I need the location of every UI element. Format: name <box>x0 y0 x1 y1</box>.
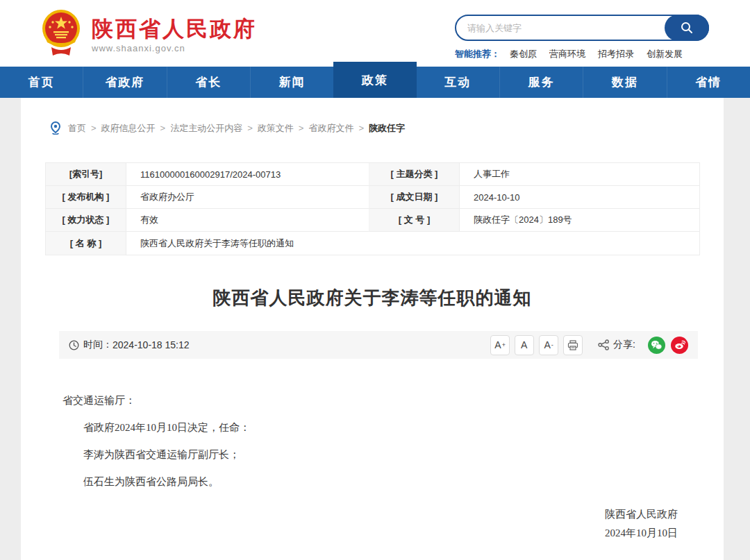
print-button[interactable] <box>563 335 583 355</box>
breadcrumb-statutory-content[interactable]: 法定主动公开内容 <box>170 122 242 135</box>
breadcrumb-separator: > <box>91 123 97 133</box>
breadcrumb-separator: > <box>247 123 253 133</box>
site-url: www.shaanxi.gov.cn <box>92 43 257 53</box>
hot-link-innovation[interactable]: 创新发展 <box>647 48 683 60</box>
signature-date: 2024年10月10日 <box>21 524 678 543</box>
doc-info-validity-value: 有效 <box>126 209 369 232</box>
hot-link-qinchuangyuan[interactable]: 秦创原 <box>510 48 537 60</box>
breadcrumb-separator: > <box>358 123 364 133</box>
font-decrease-button[interactable]: A- <box>539 335 558 355</box>
nav-item-provincial-gov[interactable]: 省政府 <box>83 67 166 98</box>
breadcrumb-policy-docs[interactable]: 政策文件 <box>258 122 294 135</box>
font-increase-button[interactable]: A+ <box>490 335 510 355</box>
site-header: 陕西省人民政府 www.shaanxi.gov.cn 智能推荐： 秦创原 营商环… <box>0 0 750 67</box>
font-normal-button[interactable]: A <box>515 335 534 355</box>
breadcrumb-separator: > <box>299 123 304 133</box>
share-nodes-icon <box>598 339 610 350</box>
share-group: 分享: <box>598 337 688 354</box>
body-paragraph-salutation: 省交通运输厅： <box>62 395 682 406</box>
nav-item-home[interactable]: 首页 <box>0 67 83 98</box>
search-button[interactable] <box>665 15 709 41</box>
hot-recommend-row: 智能推荐： 秦创原 营商环境 招考招录 创新发展 <box>455 48 709 60</box>
doc-info-docnum-label: [ 文 号 ] <box>369 209 460 232</box>
doc-info-issuer-value: 省政府办公厅 <box>126 186 369 209</box>
breadcrumb-gov-docs[interactable]: 省政府文件 <box>308 122 353 135</box>
nav-item-news[interactable]: 新闻 <box>250 67 333 98</box>
breadcrumb: 首页 > 政府信息公开 > 法定主动公开内容 > 政策文件 > 省政府文件 > … <box>21 98 724 135</box>
clock-icon <box>69 340 79 350</box>
body-paragraph-appointment-1: 李涛为陕西省交通运输厅副厅长； <box>62 449 682 460</box>
publish-time-value: 2024-10-18 15:12 <box>112 339 190 350</box>
site-title: 陕西省人民政府 <box>92 17 257 41</box>
breadcrumb-home[interactable]: 首页 <box>68 122 86 135</box>
article-body: 省交通运输厅： 省政府2024年10月10日决定，任命： 李涛为陕西省交通运输厅… <box>62 395 682 487</box>
share-weibo-button[interactable] <box>671 337 688 354</box>
doc-info-topic-value: 人事工作 <box>460 163 699 186</box>
search-box <box>455 15 709 41</box>
breadcrumb-info-disclosure[interactable]: 政府信息公开 <box>101 122 156 135</box>
doc-info-docnum-value: 陕政任字〔2024〕189号 <box>460 209 699 232</box>
publish-time-label: 时间： <box>83 339 112 351</box>
search-icon <box>680 21 694 35</box>
body-paragraph-decision: 省政府2024年10月10日决定，任命： <box>62 422 682 433</box>
wechat-icon <box>651 340 662 350</box>
site-logo[interactable]: 陕西省人民政府 www.shaanxi.gov.cn <box>39 8 257 58</box>
nav-item-data[interactable]: 数据 <box>583 67 666 98</box>
doc-info-validity-label: [ 效力状态 ] <box>46 209 126 232</box>
share-label: 分享: <box>613 339 635 351</box>
hot-link-recruitment[interactable]: 招考招录 <box>598 48 634 60</box>
breadcrumb-separator: > <box>160 123 166 133</box>
doc-info-issuer-label: [ 发布机构 ] <box>46 186 126 209</box>
search-input[interactable] <box>467 23 659 33</box>
breadcrumb-current: 陕政任字 <box>369 122 405 135</box>
publish-time-group: 时间： 2024-10-18 15:12 <box>69 339 190 351</box>
article-signature: 陕西省人民政府 2024年10月10日 <box>21 505 678 543</box>
nav-item-services[interactable]: 服务 <box>499 67 583 98</box>
article-tools: A+ A A- <box>485 335 688 355</box>
signature-name: 陕西省人民政府 <box>21 505 678 524</box>
doc-info-date-label: [ 成文日期 ] <box>369 186 460 209</box>
share-wechat-button[interactable] <box>648 337 665 354</box>
nav-item-governor[interactable]: 省长 <box>167 67 250 98</box>
doc-info-name-value: 陕西省人民政府关于李涛等任职的通知 <box>126 232 699 255</box>
doc-info-topic-label: [ 主题分类 ] <box>369 163 460 186</box>
printer-icon <box>567 340 578 350</box>
hot-link-business-env[interactable]: 营商环境 <box>549 48 585 60</box>
national-emblem-icon <box>39 8 83 58</box>
nav-item-policy[interactable]: 政策 <box>333 62 416 98</box>
doc-info-date-value: 2024-10-10 <box>460 186 699 209</box>
body-paragraph-appointment-2: 伍石生为陕西省公路局局长。 <box>62 476 682 487</box>
doc-info-name-label: [ 名 称 ] <box>46 232 126 255</box>
article-title: 陕西省人民政府关于李涛等任职的通知 <box>21 286 724 310</box>
doc-info-table: [索引号] 116100000160002917/2024-00713 [ 主题… <box>45 162 700 255</box>
nav-item-interaction[interactable]: 互动 <box>417 67 499 98</box>
search-area: 智能推荐： 秦创原 营商环境 招考招录 创新发展 <box>455 15 709 60</box>
logo-text: 陕西省人民政府 www.shaanxi.gov.cn <box>92 13 257 53</box>
main-nav: 首页 省政府 省长 新闻 政策 互动 服务 数据 省情 <box>0 67 750 98</box>
doc-info-index-label: [索引号] <box>46 163 126 186</box>
nav-item-province-info[interactable]: 省情 <box>667 67 750 98</box>
content-background: 首页 > 政府信息公开 > 法定主动公开内容 > 政策文件 > 省政府文件 > … <box>0 98 750 560</box>
main-container: 首页 > 政府信息公开 > 法定主动公开内容 > 政策文件 > 省政府文件 > … <box>21 98 724 560</box>
hot-recommend-label: 智能推荐： <box>455 48 500 60</box>
doc-info-index-value: 116100000160002917/2024-00713 <box>126 163 369 186</box>
location-pin-icon <box>50 121 61 135</box>
weibo-icon <box>674 340 685 350</box>
article-meta-bar: 时间： 2024-10-18 15:12 A+ A A- <box>59 331 698 359</box>
